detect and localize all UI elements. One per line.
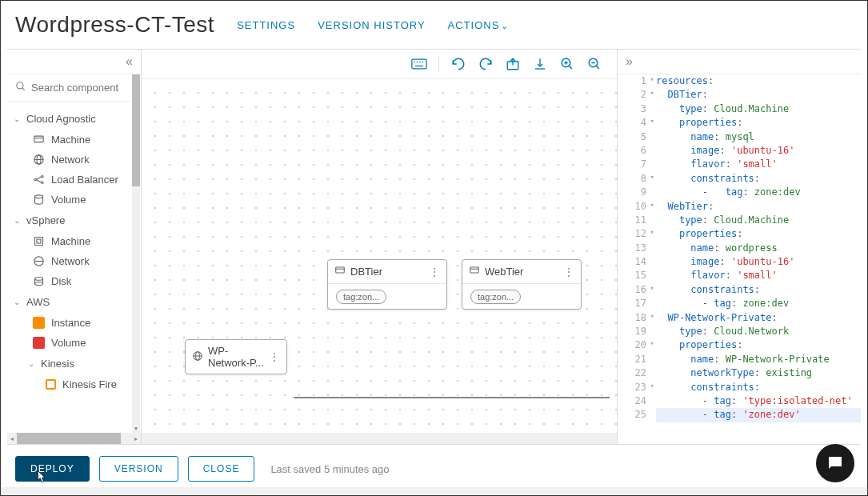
export-icon[interactable]	[505, 56, 521, 72]
close-button[interactable]: CLOSE	[188, 456, 255, 482]
tree-item[interactable]: Instance	[7, 313, 141, 333]
code-line[interactable]: type: Cloud.Network	[656, 325, 861, 338]
code-line[interactable]: properties:	[656, 116, 861, 130]
tree-item-label: Instance	[51, 317, 90, 329]
sidebar-collapse-icon[interactable]: «	[126, 54, 133, 68]
component-sidebar: « ⌄Cloud AgnosticMachineNetworkLoad Bala…	[7, 50, 142, 444]
code-line[interactable]: flavor: 'small'	[656, 269, 861, 282]
scroll-right-icon[interactable]: ▸	[131, 435, 141, 442]
chat-help-button[interactable]	[816, 444, 854, 482]
tree-category[interactable]: ⌄Cloud Agnostic	[7, 108, 141, 130]
fold-icon[interactable]: ▾	[650, 88, 654, 98]
tree-item[interactable]: Volume	[7, 333, 141, 353]
fold-icon[interactable]: ▾	[650, 338, 654, 349]
code-line[interactable]: constraints:	[656, 381, 861, 394]
fold-icon[interactable]: ▾	[650, 200, 654, 210]
svg-line-32	[569, 66, 572, 69]
code-line[interactable]: - tag: 'type:isolated-net'	[656, 394, 861, 408]
tree-item[interactable]: Network	[7, 150, 141, 170]
code-line[interactable]: properties:	[656, 338, 861, 352]
sidebar-vscrollbar[interactable]: ▴ ▾	[132, 74, 140, 433]
code-line[interactable]: flavor: 'small'	[656, 158, 861, 171]
scroll-down-icon[interactable]: ▾	[132, 425, 140, 433]
scroll-left-icon[interactable]: ◂	[7, 435, 17, 442]
fold-icon[interactable]: ▾	[650, 74, 654, 85]
tree-item-label: Network	[51, 255, 90, 267]
tree-category[interactable]: ⌄vSphere	[7, 210, 141, 231]
sidebar-vscroll-thumb[interactable]	[132, 74, 140, 186]
code-line[interactable]: constraints:	[656, 283, 861, 297]
search-icon	[15, 81, 26, 94]
gutter-line: 13	[618, 242, 646, 255]
node-menu-icon[interactable]: ⋮	[429, 266, 440, 278]
actions-dropdown[interactable]: ACTIONS⌄	[448, 19, 510, 31]
version-history-link[interactable]: VERSION HISTORY	[318, 19, 425, 31]
code-line[interactable]: type: Cloud.Machine	[656, 214, 861, 227]
keyboard-icon[interactable]	[411, 56, 427, 72]
tree-category-label: Cloud Agnostic	[26, 113, 96, 125]
code-expand-icon[interactable]: »	[626, 54, 633, 68]
zoom-out-icon[interactable]	[586, 56, 602, 72]
sidebar-hscroll-thumb[interactable]	[17, 433, 121, 444]
code-editor[interactable]: 1▾2▾34▾5678▾910▾1112▾13141516▾17+18▾1920…	[618, 74, 861, 444]
tree-item[interactable]: Network	[7, 251, 141, 271]
code-line[interactable]: - tag: zone:dev	[656, 186, 861, 199]
fold-icon[interactable]: ▾	[650, 311, 654, 322]
tree-subcategory[interactable]: ⌄Kinesis	[7, 353, 141, 374]
fold-icon[interactable]: ▾	[650, 227, 654, 238]
canvas-node-wpnet[interactable]: WP-Network-P...⋮	[185, 339, 287, 374]
code-line[interactable]: name: WP-Network-Private	[656, 353, 861, 366]
code-line[interactable]: name: mysql	[656, 130, 861, 144]
node-tag-pill[interactable]: tag:zon...	[470, 290, 521, 304]
code-line[interactable]: properties:	[656, 227, 861, 241]
fold-icon[interactable]: ▾	[650, 381, 654, 391]
settings-link[interactable]: SETTINGS	[237, 19, 295, 31]
code-line[interactable]: type: Cloud.Machine	[656, 102, 861, 116]
tree-item[interactable]: Kinesis Fire	[7, 374, 141, 394]
tree-item[interactable]: Volume	[7, 190, 141, 210]
tree-item[interactable]: Load Balancer	[7, 170, 141, 190]
zoom-in-icon[interactable]	[559, 56, 575, 72]
node-tag-pill[interactable]: tag:zon...	[336, 290, 386, 304]
svg-point-12	[35, 195, 43, 198]
tree-item[interactable]: Machine	[7, 231, 141, 251]
search-input[interactable]	[31, 82, 133, 94]
canvas-node-dbtier[interactable]: DBTier⋮tag:zon...	[327, 259, 447, 310]
fold-icon[interactable]: ▾	[650, 283, 654, 294]
footer: DEPLOY VERSION CLOSE Last saved 5 minute…	[1, 445, 867, 493]
code-line[interactable]: WP-Network-Private:	[656, 311, 861, 325]
code-line[interactable]: name: wordpress	[656, 242, 861, 255]
gutter-line: 19	[618, 325, 646, 338]
code-line[interactable]: - tag: zone:dev	[656, 297, 861, 310]
node-label: DBTier	[350, 266, 382, 278]
header: Wordpress-CT-Test SETTINGS VERSION HISTO…	[1, 1, 867, 49]
code-line[interactable]: resources:	[656, 74, 861, 88]
canvas-hscrollbar[interactable]	[142, 433, 617, 444]
tree-category[interactable]: ⌄AWS	[7, 291, 141, 313]
code-line[interactable]: - tag: 'zone:dev'	[656, 408, 861, 422]
tree-item[interactable]: Machine	[7, 130, 141, 150]
network-line	[294, 397, 610, 398]
import-icon[interactable]	[532, 56, 548, 72]
node-header: DBTier⋮	[328, 260, 446, 284]
undo-icon[interactable]	[450, 56, 466, 72]
node-menu-icon[interactable]: ⋮	[269, 350, 280, 363]
tree-item[interactable]: Disk	[7, 271, 141, 291]
code-line[interactable]: DBTier:	[656, 88, 861, 102]
sidebar-hscrollbar[interactable]: ◂ ▸	[7, 433, 141, 444]
deploy-button[interactable]: DEPLOY	[15, 456, 90, 482]
design-canvas[interactable]: DBTier⋮tag:zon...WebTier⋮tag:zon...WP-Ne…	[142, 79, 617, 433]
node-menu-icon[interactable]: ⋮	[563, 266, 574, 278]
redo-icon[interactable]	[478, 56, 494, 72]
version-button[interactable]: VERSION	[99, 456, 178, 482]
code-line[interactable]: WebTier:	[656, 200, 861, 214]
page-hscrollbar[interactable]	[1, 487, 867, 495]
fold-icon[interactable]: ▾	[650, 116, 654, 126]
svg-rect-14	[37, 239, 41, 243]
canvas-node-webtier[interactable]: WebTier⋮tag:zon...	[462, 259, 582, 310]
code-line[interactable]: constraints:	[656, 172, 861, 186]
code-line[interactable]: image: 'ubuntu-16'	[656, 255, 861, 269]
fold-icon[interactable]: ▾	[650, 172, 654, 182]
code-line[interactable]: networkType: existing	[656, 366, 861, 380]
code-line[interactable]: image: 'ubuntu-16'	[656, 144, 861, 158]
